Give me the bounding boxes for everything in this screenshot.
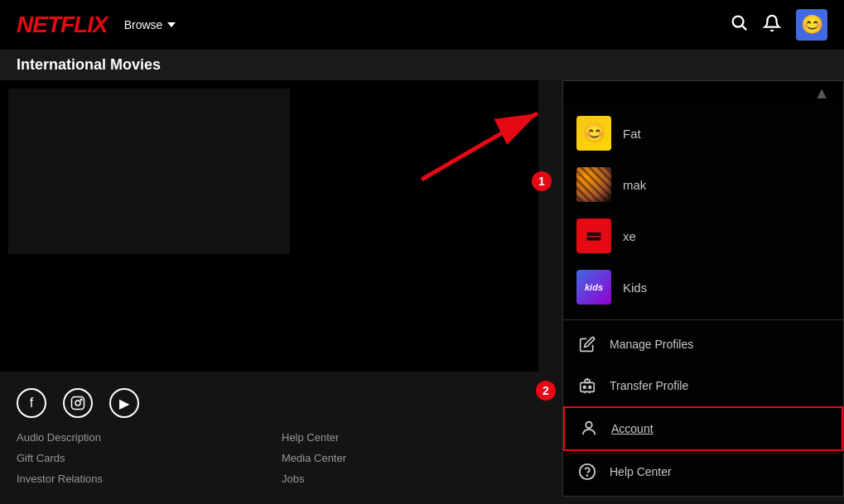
manage-profiles-item[interactable]: Manage Profiles: [563, 324, 843, 365]
dropdown-menu: ▲ 😊 Fat mak: [562, 80, 844, 497]
svg-rect-7: [587, 237, 601, 240]
search-button[interactable]: [730, 13, 748, 36]
dropdown-caret: ▲: [563, 81, 843, 101]
pencil-icon: [576, 334, 598, 355]
help-center-link[interactable]: Help Center: [282, 431, 522, 444]
robot-svg: [578, 377, 596, 395]
navbar-left: NETFLIX Browse: [17, 12, 176, 38]
account-label: Account: [611, 422, 653, 435]
help-center-label: Help Center: [610, 465, 672, 478]
instagram-icon[interactable]: [63, 388, 93, 418]
footer-links: Audio Description Help Center Gift Cards…: [17, 431, 522, 485]
profile-name-mak: mak: [623, 178, 646, 192]
manage-profiles-label: Manage Profiles: [610, 338, 693, 351]
profile-avatar-fat: 😊: [576, 116, 611, 151]
profile-item-xe[interactable]: xe: [563, 210, 843, 262]
transfer-profile-item[interactable]: Transfer Profile: [563, 365, 843, 406]
page-title-bar: International Movies: [0, 50, 844, 80]
facebook-icon[interactable]: f: [17, 388, 46, 418]
notifications-button[interactable]: [763, 14, 781, 36]
help-center-item[interactable]: Help Center: [563, 451, 843, 492]
navbar: NETFLIX Browse 😊: [0, 0, 844, 50]
xe-avatar-icon: [582, 224, 605, 247]
svg-point-4: [80, 399, 82, 401]
youtube-icon[interactable]: ▶: [109, 388, 139, 418]
audio-description-link[interactable]: Audio Description: [17, 431, 257, 444]
browse-label: Browse: [124, 18, 163, 31]
svg-point-10: [589, 386, 591, 388]
instagram-svg: [70, 396, 85, 410]
bell-icon: [763, 14, 781, 32]
main-content: f ▶ Audio Description Help Center Gift C…: [0, 80, 844, 502]
badge-1: 1: [532, 171, 552, 191]
profile-item-fat[interactable]: 😊 Fat: [563, 108, 843, 159]
footer-area: f ▶ Audio Description Help Center Gift C…: [0, 372, 538, 502]
svg-point-9: [583, 386, 586, 388]
navbar-right: 😊: [730, 9, 827, 41]
profile-name-xe: xe: [623, 229, 636, 243]
svg-point-15: [587, 475, 588, 476]
gift-cards-link[interactable]: Gift Cards: [17, 452, 257, 464]
robot-icon: [576, 375, 598, 396]
menu-items: Manage Profiles Transfer Profile: [563, 320, 843, 496]
investor-relations-link[interactable]: Investor Relations: [17, 473, 257, 485]
chevron-down-icon: [167, 22, 176, 27]
search-icon: [730, 13, 748, 31]
transfer-profile-label: Transfer Profile: [610, 379, 688, 392]
profile-avatar-mak: [576, 167, 611, 202]
profile-avatar-xe: [576, 218, 611, 253]
svg-point-3: [75, 401, 80, 406]
profile-list: 😊 Fat mak xe: [563, 101, 843, 320]
netflix-logo: NETFLIX: [17, 12, 108, 38]
person-svg: [580, 420, 598, 438]
svg-line-1: [742, 26, 746, 30]
svg-rect-8: [581, 382, 595, 391]
badge-2: 2: [536, 381, 556, 401]
pencil-svg: [579, 336, 596, 353]
svg-rect-2: [72, 397, 84, 410]
social-icons: f ▶: [17, 388, 522, 418]
svg-point-0: [733, 17, 744, 27]
question-icon: [576, 461, 598, 482]
profile-name-fat: Fat: [623, 127, 641, 141]
account-item[interactable]: Account: [563, 406, 843, 451]
profile-name-kids: Kids: [623, 281, 647, 295]
svg-rect-11: [585, 380, 590, 383]
browse-button[interactable]: Browse: [124, 18, 176, 31]
jobs-link[interactable]: Jobs: [282, 473, 522, 485]
video-placeholder: [8, 89, 290, 254]
question-svg: [578, 463, 596, 481]
profile-avatar[interactable]: 😊: [796, 9, 827, 41]
media-center-link[interactable]: Media Center: [282, 452, 522, 464]
profile-item-mak[interactable]: mak: [563, 159, 843, 210]
person-icon: [578, 418, 600, 439]
page-title: International Movies: [17, 56, 161, 73]
profile-avatar-kids: kids: [576, 270, 611, 305]
svg-point-13: [586, 422, 591, 428]
svg-rect-6: [587, 233, 601, 236]
tiger-stripes: [576, 167, 611, 202]
profile-item-kids[interactable]: kids Kids: [563, 262, 843, 313]
